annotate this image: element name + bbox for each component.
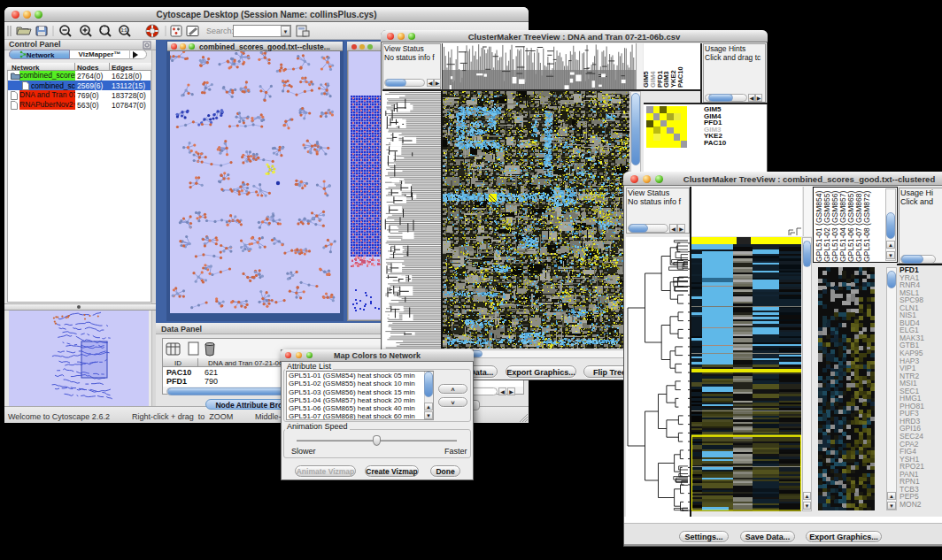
svg-text:1:1: 1:1 [121, 28, 127, 33]
svg-text:Search:: Search: [206, 27, 234, 35]
svg-text:GPL51-08 (GSM872): GPL51-08 (GSM872) [862, 191, 871, 262]
svg-text:PAC10: PAC10 [676, 66, 684, 88]
